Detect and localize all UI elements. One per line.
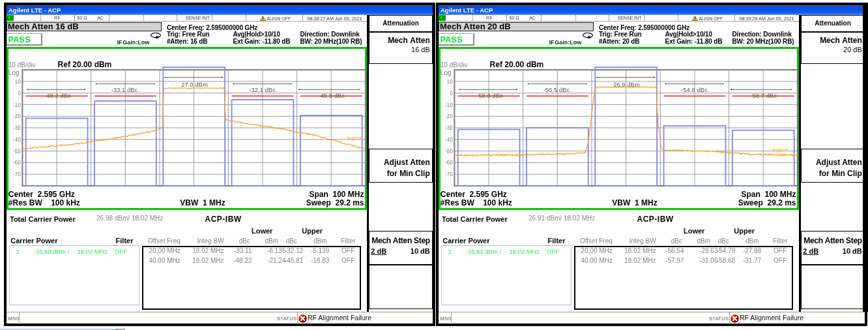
svg-text:Log: Log (441, 69, 452, 76)
svg-text:-60: -60 (13, 160, 22, 166)
svg-text:-58.7 dBc: -58.7 dBc (750, 92, 777, 99)
svg-text:#Res BW 100 kHz: #Res BW 100 kHz (441, 198, 512, 207)
svg-text:-20: -20 (13, 113, 22, 120)
svg-text:27.0 dBm: 27.0 dBm (181, 82, 208, 89)
svg-text:-45.8 dBc: -45.8 dBc (318, 92, 345, 99)
svg-text:Ref 20.00 dBm: Ref 20.00 dBm (58, 60, 112, 69)
svg-text:Ref 20.00 dBm: Ref 20.00 dBm (490, 60, 544, 69)
svg-text:-33.1 dBc: -33.1 dBc (111, 86, 138, 93)
svg-text:Log: Log (8, 69, 20, 76)
svg-text:-20: -20 (445, 113, 454, 120)
svg-text:10: 10 (15, 78, 22, 85)
svg-text:AvgHold: AvgHold (347, 136, 363, 141)
svg-text:-40: -40 (445, 136, 454, 143)
svg-text:10: 10 (447, 78, 454, 85)
svg-text:0: 0 (18, 90, 21, 97)
svg-text:0: 0 (450, 90, 453, 97)
svg-text:-56.5 dBc: -56.5 dBc (543, 86, 570, 93)
svg-text:-30: -30 (445, 125, 454, 131)
svg-text:-70: -70 (13, 172, 22, 178)
svg-text:26.9 dBm: 26.9 dBm (613, 82, 640, 89)
svg-text:-32.1 dBc: -32.1 dBc (249, 86, 276, 93)
svg-text:-48.2 dBc: -48.2 dBc (44, 92, 71, 99)
svg-text:-50: -50 (13, 148, 22, 155)
svg-text:10 dB/div: 10 dB/div (441, 61, 468, 68)
svg-text:-40: -40 (13, 136, 22, 143)
svg-text:10 dB/div: 10 dB/div (8, 61, 36, 68)
svg-text:Sweep 29.2 ms: Sweep 29.2 ms (738, 198, 796, 207)
svg-text:-54.8 dBc: -54.8 dBc (681, 86, 708, 93)
svg-text:Sweep 29.2 ms: Sweep 29.2 ms (306, 198, 364, 207)
svg-text:-10: -10 (13, 102, 22, 108)
svg-text:#Res BW 100 kHz: #Res BW 100 kHz (8, 198, 80, 207)
svg-text:VBW 1 MHz: VBW 1 MHz (180, 198, 225, 207)
svg-text:AvgHold: AvgHold (772, 147, 788, 153)
svg-text:-60: -60 (445, 160, 454, 166)
svg-text:-50: -50 (445, 148, 454, 155)
svg-text:VBW 1 MHz: VBW 1 MHz (612, 198, 657, 207)
svg-text:-30: -30 (13, 125, 22, 131)
svg-text:-10: -10 (445, 102, 454, 108)
svg-text:-58.0 dBc: -58.0 dBc (476, 92, 503, 99)
svg-text:-70: -70 (445, 172, 454, 178)
